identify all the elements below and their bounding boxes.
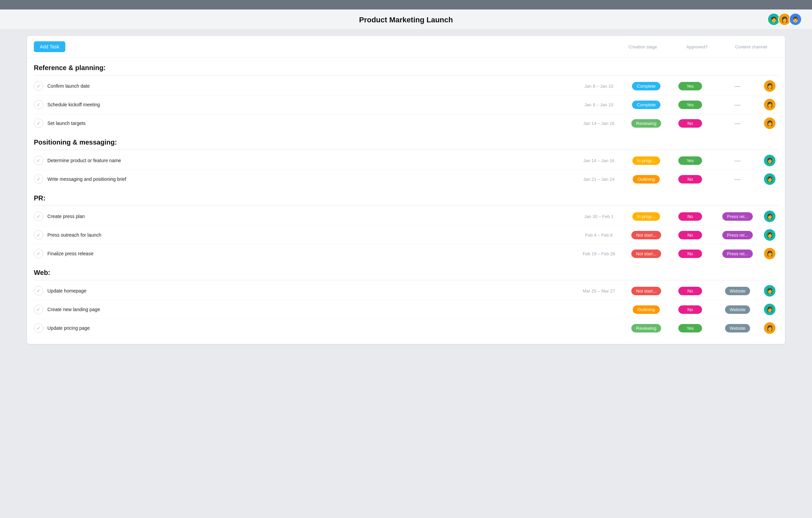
task-stage-badge[interactable]: In progr... <box>632 156 660 165</box>
task-avatar-col: 👩 <box>761 304 778 315</box>
task-row: ✓Finalize press releaseFeb 19 – Feb 28No… <box>34 244 778 263</box>
task-name[interactable]: Confirm launch date <box>47 83 572 89</box>
task-approved-badge[interactable]: No <box>678 175 702 184</box>
task-stage-badge[interactable]: Not start... <box>631 287 661 295</box>
task-approved-badge[interactable]: No <box>678 250 702 258</box>
task-avatar-col: 👩 <box>761 80 778 92</box>
task-avatar-col: 👩 <box>761 229 778 241</box>
task-avatar[interactable]: 👩 <box>764 80 775 92</box>
task-avatar-col: 👩 <box>761 211 778 222</box>
task-stage-badge[interactable]: Not start... <box>631 250 661 258</box>
task-name[interactable]: Determine product or feature name <box>47 158 572 163</box>
task-channel-badge[interactable]: Website <box>725 287 750 295</box>
task-approved-badge[interactable]: Yes <box>678 324 702 332</box>
task-stage-col: Complete <box>626 82 667 90</box>
task-row: ✓Create press planJan 30 – Feb 1In progr… <box>34 207 778 226</box>
task-avatar[interactable]: 👩 <box>764 211 775 222</box>
main-content: Add Task Creation stage Approved? Conten… <box>0 29 812 351</box>
add-task-button[interactable]: Add Task <box>34 41 65 52</box>
task-checkbox[interactable]: ✓ <box>34 118 43 128</box>
task-name[interactable]: Update homepage <box>47 288 572 294</box>
task-name[interactable]: Schedule kickoff meeting <box>47 102 572 107</box>
task-avatar[interactable]: 👩 <box>764 173 775 185</box>
task-checkbox[interactable]: ✓ <box>34 100 43 109</box>
task-channel-badge[interactable]: Press rel... <box>722 212 753 221</box>
task-approved-badge[interactable]: No <box>678 212 702 221</box>
task-dates: Jan 8 – Jan 10 <box>572 84 626 89</box>
task-channel-badge[interactable]: Press rel... <box>722 231 753 239</box>
col-header-channel: Content channel <box>724 44 778 49</box>
task-channel-dash: — <box>735 120 741 127</box>
task-avatar[interactable]: 👩 <box>764 248 775 259</box>
task-checkbox[interactable]: ✓ <box>34 230 43 240</box>
task-avatar[interactable]: 👩 <box>764 155 775 166</box>
section-divider <box>34 150 778 150</box>
task-name[interactable]: Create new landing page <box>47 307 572 312</box>
col-header-creation: Creation stage <box>616 44 670 49</box>
top-bar <box>0 0 812 9</box>
task-avatar-col: 👩 <box>761 155 778 166</box>
task-dates: Feb 4 – Feb 8 <box>572 233 626 238</box>
header: Product Marketing Launch 🧑 👩 👨 <box>0 9 812 29</box>
task-approved-col: Yes <box>667 324 714 332</box>
task-approved-badge[interactable]: No <box>678 287 702 295</box>
task-name[interactable]: Set launch targets <box>47 121 572 126</box>
task-channel-badge[interactable]: Press rel... <box>722 250 753 258</box>
task-dates: Jan 14 – Jan 16 <box>572 121 626 126</box>
task-approved-col: No <box>667 231 714 239</box>
task-stage-badge[interactable]: Not start... <box>631 231 661 239</box>
task-stage-badge[interactable]: Reviewing <box>631 119 661 128</box>
task-stage-col: In progr... <box>626 156 667 165</box>
task-checkbox[interactable]: ✓ <box>34 249 43 258</box>
task-avatar[interactable]: 👩 <box>764 99 775 110</box>
task-row: ✓Create new landing pageOutliningNoWebsi… <box>34 300 778 319</box>
task-channel-col: Press rel... <box>714 231 761 239</box>
task-checkbox[interactable]: ✓ <box>34 323 43 333</box>
task-avatar[interactable]: 👩 <box>764 304 775 315</box>
task-stage-badge[interactable]: Outlining <box>633 175 659 184</box>
task-stage-badge[interactable]: In progr... <box>632 212 660 221</box>
task-stage-badge[interactable]: Complete <box>632 101 660 109</box>
task-stage-badge[interactable]: Reviewing <box>631 324 661 332</box>
task-approved-badge[interactable]: No <box>678 305 702 314</box>
task-avatar[interactable]: 👩 <box>764 117 775 129</box>
task-approved-badge[interactable]: Yes <box>678 101 702 109</box>
task-checkbox[interactable]: ✓ <box>34 156 43 165</box>
task-channel-col: — <box>714 120 761 127</box>
avatar-3[interactable]: 👨 <box>789 13 802 26</box>
task-approved-col: No <box>667 119 714 128</box>
header-avatars: 🧑 👩 👨 <box>767 13 802 26</box>
section-positioning-messaging: Positioning & messaging:✓Determine produ… <box>27 132 785 188</box>
task-stage-badge[interactable]: Outlining <box>633 305 659 314</box>
task-row: ✓Update homepageMar 25 – Mar 27Not start… <box>34 282 778 300</box>
section-pr: PR:✓Create press planJan 30 – Feb 1In pr… <box>27 188 785 263</box>
task-avatar[interactable]: 👩 <box>764 229 775 241</box>
task-name[interactable]: Finalize press release <box>47 251 572 256</box>
task-approved-badge[interactable]: Yes <box>678 82 702 90</box>
task-name[interactable]: Press outreach for launch <box>47 232 572 238</box>
task-checkbox[interactable]: ✓ <box>34 174 43 184</box>
task-dates: Jan 14 – Jan 16 <box>572 158 626 163</box>
section-title-positioning-messaging: Positioning & messaging: <box>34 132 778 150</box>
task-stage-col: Outlining <box>626 305 667 314</box>
task-channel-badge[interactable]: Website <box>725 305 750 314</box>
task-avatar[interactable]: 👩 <box>764 322 775 334</box>
task-checkbox[interactable]: ✓ <box>34 286 43 296</box>
task-name[interactable]: Write messaging and positioning brief <box>47 176 572 182</box>
section-divider <box>34 75 778 75</box>
task-approved-badge[interactable]: No <box>678 119 702 128</box>
task-avatar[interactable]: 👩 <box>764 285 775 297</box>
task-checkbox[interactable]: ✓ <box>34 305 43 314</box>
task-stage-badge[interactable]: Complete <box>632 82 660 90</box>
task-name[interactable]: Create press plan <box>47 214 572 219</box>
task-channel-badge[interactable]: Website <box>725 324 750 332</box>
task-checkbox[interactable]: ✓ <box>34 81 43 91</box>
task-dates: Mar 25 – Mar 27 <box>572 288 626 294</box>
task-approved-badge[interactable]: Yes <box>678 156 702 165</box>
task-approved-badge[interactable]: No <box>678 231 702 239</box>
task-approved-col: No <box>667 305 714 314</box>
task-checkbox[interactable]: ✓ <box>34 212 43 221</box>
task-avatar-col: 👩 <box>761 173 778 185</box>
task-name[interactable]: Update pricing page <box>47 325 572 331</box>
task-approved-col: Yes <box>667 156 714 165</box>
